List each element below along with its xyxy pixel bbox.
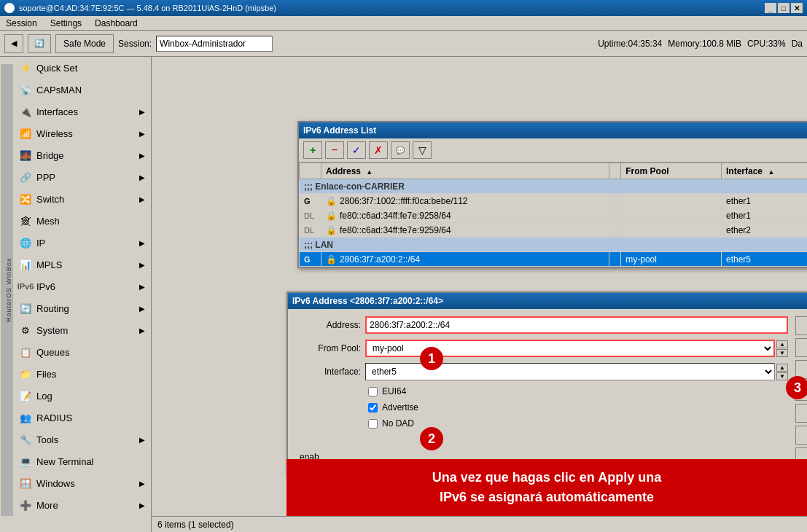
sidebar-item-new-terminal[interactable]: 💻 New Terminal [13,450,151,472]
sidebar-item-tools[interactable]: 🔧 Tools ▶ [13,429,151,450]
ipv6-list-toolbar: + − ✓ ✗ 💬 ▽ ▼ [299,138,807,163]
row-flag-3: G [304,255,311,264]
sidebar-item-more[interactable]: ➕ More ▶ [13,494,151,516]
address-input[interactable] [365,316,788,334]
address-row: Address: [295,316,788,334]
sidebar-item-log[interactable]: 📝 Log [13,385,151,407]
iface-arrow-down[interactable]: ▼ [776,372,788,380]
sidebar-item-files[interactable]: 📁 Files [13,363,151,385]
iface-arrow-up[interactable]: ▲ [776,364,788,372]
col-address[interactable]: Address ▲ [321,163,609,179]
add-button[interactable]: + [303,141,322,159]
row-iface-1: ether1 [722,208,807,223]
col-sep1[interactable] [609,163,621,179]
sidebar-item-ppp[interactable]: 🔗 PPP ▶ [13,166,151,188]
toolbar-stats: Uptime:04:35:34 Memory:100.8 MiB CPU:33%… [598,39,803,49]
circle-3: 3 [786,376,807,399]
sidebar-item-queues[interactable]: 📋 Queues [13,341,151,363]
row-iface-0: ether1 [722,194,807,208]
sidebar-item-quick-set[interactable]: ⚡ Quick Set [13,57,151,79]
minimize-button[interactable]: _ [765,3,776,13]
check-button[interactable]: ✓ [347,141,366,159]
ipv6-dialog-titlebar[interactable]: IPv6 Address <2806:3f7:a200:2::/64> □ ✕ [288,293,807,309]
sidebar-item-switch[interactable]: 🔀 Switch ▶ [13,188,151,210]
row-flag-0: G [304,197,311,206]
sidebar-item-bridge[interactable]: 🌉 Bridge ▶ [13,144,151,166]
table-row[interactable]: DL 🔒fe80::c6ad:34ff:fe7e:9258/64 ether1 … [300,208,808,223]
eui64-checkbox[interactable] [368,387,378,396]
eui64-row: EUI64 [368,386,788,396]
maximize-button[interactable]: □ [778,3,790,13]
banner-line2: IPv6 se asignará automáticamente [301,488,792,507]
section-header-lan: ;;; LAN [300,238,808,252]
table-row[interactable]: G 🔒2806:3f7:1002::ffff:f0ca:bebe/112 eth… [300,194,808,208]
status-text: 6 items (1 selected) [157,520,234,530]
pool-arrow-down[interactable]: ▼ [776,349,788,357]
sidebar-item-wireless[interactable]: 📶 Wireless ▶ [13,122,151,144]
tools-arrow: ▶ [139,436,145,444]
table-row[interactable]: DL 🔒fe80::c6ad:34ff:fe7e:9259/64 ether2 … [300,223,808,238]
log-icon: 📝 [19,389,32,402]
sidebar-item-ip[interactable]: 🌐 IP ▶ [13,232,151,254]
more-arrow: ▶ [139,501,145,509]
quick-set-icon: ⚡ [19,61,32,74]
sidebar-item-interfaces[interactable]: 🔌 Interfaces ▶ [13,101,151,122]
remove-button[interactable]: − [325,141,344,159]
sidebar-label-ppp: PPP [36,172,55,183]
sidebar-item-mesh[interactable]: 🕸 Mesh [13,210,151,232]
safe-mode-button[interactable]: Safe Mode [55,34,114,53]
sidebar-item-windows[interactable]: 🪟 Windows ▶ [13,472,151,494]
mpls-icon: 📊 [19,258,32,271]
title-text: soporte@C4:AD:34:7E:92:5C — 5.48.4 on RB… [19,4,276,12]
sidebar-label-capsman: CAPsMAN [36,85,82,95]
advertise-label: Advertise [382,402,418,412]
advertise-checkbox[interactable] [368,403,378,412]
comment-button[interactable]: Comment [795,404,807,423]
row-pool-3: my-pool [621,252,722,267]
row-iface-2: ether2 [722,223,807,238]
x-button[interactable]: ✗ [369,141,388,159]
menu-session[interactable]: Session [3,17,40,29]
title-controls[interactable]: _ □ ✕ [765,3,803,13]
ipv6-list-window: IPv6 Address List □ ✕ + − ✓ ✗ 💬 ▽ ▼ [297,121,807,268]
col-flag[interactable] [300,163,321,179]
ipv6-addr-dialog: IPv6 Address <2806:3f7:a200:2::/64> □ ✕ … [286,292,807,475]
session-input[interactable] [156,36,273,52]
table-row-selected[interactable]: G 🔒2806:3f7:a200:2::/64 my-pool ether5 y… [300,252,808,267]
ipv6-arrow: ▶ [139,283,145,291]
wireless-icon: 📶 [19,127,32,140]
queues-icon: 📋 [19,345,32,359]
main-layout: RouterOS WinBox ⚡ Quick Set 📡 CAPsMAN 🔌 … [0,57,807,532]
pool-arrow-up[interactable]: ▲ [776,340,788,348]
col-from-pool[interactable]: From Pool [621,163,722,179]
sidebar-item-capsman[interactable]: 📡 CAPsMAN [13,79,151,101]
filter-button[interactable]: ▽ [413,141,432,159]
sidebar-item-system[interactable]: ⚙ System ▶ [13,319,151,341]
sidebar-label-queues: Queues [36,347,70,358]
comment-list-button[interactable]: 💬 [391,141,410,159]
sidebar-item-radius[interactable]: 👥 RADIUS [13,407,151,429]
cancel-button[interactable]: Cancel [795,338,807,357]
interface-label: Interface: [295,367,361,377]
files-icon: 📁 [19,367,32,380]
back-button[interactable]: ◀ [4,34,23,53]
close-button[interactable]: ✕ [791,3,803,13]
col-interface[interactable]: Interface ▲ [722,163,807,179]
ip-arrow: ▶ [139,239,145,247]
sidebar-label-files: Files [36,369,56,380]
forward-button[interactable]: 🔄 [28,34,51,53]
tools-icon: 🔧 [19,433,32,446]
ok-button[interactable]: OK [795,316,807,335]
dialog-body: Address: From Pool: my-pool ▲ ▼ [288,309,807,474]
menu-settings[interactable]: Settings [47,17,85,29]
ipv6-list-titlebar[interactable]: IPv6 Address List □ ✕ [299,122,807,138]
sidebar-item-routing[interactable]: 🔄 Routing ▶ [13,297,151,319]
ppp-icon: 🔗 [19,171,32,184]
no-dad-checkbox[interactable] [368,419,378,429]
sidebar-item-ipv6[interactable]: IPv6 IPv6 ▶ [13,275,151,297]
iface-arrows: ▲ ▼ [776,364,788,380]
sidebar-item-mpls[interactable]: 📊 MPLS ▶ [13,254,151,275]
copy-button[interactable]: Copy [795,426,807,445]
menu-dashboard[interactable]: Dashboard [92,17,141,29]
sidebar-label-bridge: Bridge [36,150,64,161]
